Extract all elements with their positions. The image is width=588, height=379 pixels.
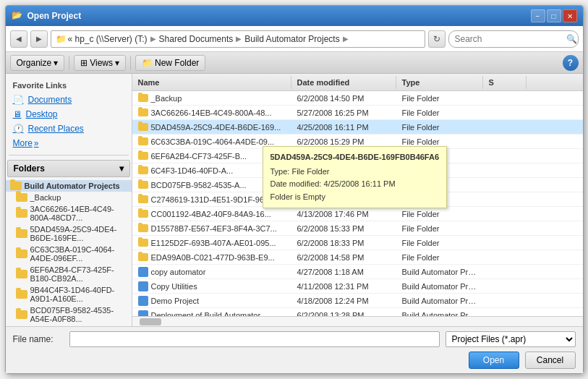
folders-arrow-icon: ▾ bbox=[119, 163, 124, 174]
folder-icon-eda9 bbox=[138, 253, 148, 261]
help-button[interactable]: ? bbox=[563, 55, 579, 71]
maximize-button[interactable]: □ bbox=[547, 9, 561, 22]
cell-size-e112 bbox=[483, 242, 527, 244]
path-shared-label: Shared Documents bbox=[159, 34, 234, 44]
open-project-dialog: 📂 Open Project − □ ✕ ◀ ▶ 📁 « hp_c (\\Ser… bbox=[5, 5, 584, 374]
col-header-size[interactable]: S bbox=[483, 76, 527, 89]
col-header-name[interactable]: Name bbox=[132, 76, 291, 89]
cancel-button[interactable]: Cancel bbox=[525, 352, 576, 369]
path-projects-label: Build Automator Projects bbox=[244, 34, 339, 44]
desktop-icon: 🖥 bbox=[13, 109, 22, 119]
cell-size-copy-utilities bbox=[483, 285, 527, 288]
folder-icon-d155 bbox=[138, 224, 148, 232]
cell-name-eda9: EDA99A0B-C021-477D-963B-E9... bbox=[132, 252, 291, 263]
project-icon-copy-automator bbox=[138, 267, 148, 277]
file-row-backup[interactable]: _Backup 6/2/2008 14:50 PM File Folder bbox=[132, 91, 583, 106]
cell-date-e112: 6/2/2008 18:33 PM bbox=[291, 237, 396, 249]
toolbar-divider-2 bbox=[130, 56, 131, 70]
folders-header[interactable]: Folders ▾ bbox=[7, 160, 130, 177]
file-row-copy-automator[interactable]: copy automator 4/27/2008 1:18 AM Build A… bbox=[132, 265, 583, 279]
fav-desktop[interactable]: 🖥 Desktop bbox=[6, 107, 132, 122]
fav-documents[interactable]: 📄 Documents bbox=[6, 93, 132, 107]
path-drive-label: « hp_c (\\Server) (T:) bbox=[68, 34, 148, 44]
close-button[interactable]: ✕ bbox=[563, 9, 577, 22]
cell-name-cc00: CC001192-4BA2-40F9-84A9-16... bbox=[132, 208, 291, 220]
search-icon: 🔍 bbox=[566, 34, 577, 44]
documents-icon: 📄 bbox=[13, 95, 24, 105]
cell-size-6ef6 bbox=[483, 155, 527, 158]
filename-input[interactable] bbox=[69, 331, 440, 347]
cell-type-5dad: File Folder bbox=[396, 122, 483, 133]
5dad-label: 5DAD459A-25C9-4DE4-B6DE-169FE... bbox=[30, 225, 127, 242]
cell-type-d155: File Folder bbox=[396, 223, 483, 234]
title-bar: 📂 Open Project − □ ✕ bbox=[6, 6, 583, 26]
tree-item-9b44[interactable]: 9B44C4F3-1D46-40FD-A9D1-A160E... bbox=[6, 284, 132, 305]
cell-name-5dad: 5DAD459A-25C9-4DE4-B6DE-169... bbox=[132, 122, 291, 133]
tree-item-6ef6[interactable]: 6EF6A2B4-CF73-425F-B180-CB92A... bbox=[6, 264, 132, 284]
fav-recent-places[interactable]: 🕐 Recent Places bbox=[6, 122, 132, 136]
main-content: Favorite Links 📄 Documents 🖥 Desktop 🕐 R… bbox=[6, 74, 583, 326]
file-row-5dad[interactable]: 5DAD459A-25C9-4DE4-B6DE-169... 4/25/2008… bbox=[132, 120, 583, 135]
forward-button[interactable]: ▶ bbox=[30, 30, 48, 48]
toolbar-divider-1 bbox=[69, 56, 69, 70]
tree-item-bcd0[interactable]: BCD075FB-9582-4535-A54E-A0F88... bbox=[6, 305, 132, 325]
3ac-folder-icon bbox=[16, 209, 27, 218]
file-row-deployment[interactable]: Deployment of Build Automator 6/2/2008 1… bbox=[132, 308, 583, 316]
backup-label: _Backup bbox=[30, 193, 61, 202]
cell-size-5dad bbox=[483, 126, 527, 129]
file-row-eda9[interactable]: EDA99A0B-C021-477D-963B-E9... 6/2/2008 1… bbox=[132, 250, 583, 265]
organize-button[interactable]: Organize ▾ bbox=[10, 55, 65, 71]
folder-icon-e112 bbox=[138, 239, 148, 247]
project-icon-deployment bbox=[138, 310, 148, 317]
cell-size-eda9 bbox=[483, 256, 527, 259]
cell-size-cc00 bbox=[483, 213, 527, 216]
filetype-select[interactable]: Project Files (*.apr) bbox=[446, 331, 576, 347]
path-segment-drive: 📁 « hp_c (\\Server) (T:) bbox=[56, 34, 148, 44]
file-tooltip: 5DAD459A-25C9-4DE4-B6DE-169FB0B46FA6 Typ… bbox=[263, 146, 448, 208]
views-button[interactable]: ⊞ Views ▾ bbox=[74, 55, 126, 71]
backup-folder-icon bbox=[16, 193, 27, 202]
refresh-button[interactable]: ↻ bbox=[428, 30, 446, 48]
file-row-3ac[interactable]: 3AC66266-14EB-4C49-800A-48... 5/27/2008 … bbox=[132, 106, 583, 120]
tree-item-backup[interactable]: _Backup bbox=[6, 192, 132, 203]
cell-date-copy-automator: 4/27/2008 1:18 AM bbox=[291, 266, 396, 278]
path-arrow-3: ▶ bbox=[343, 35, 349, 43]
tree-item-5dad[interactable]: 5DAD459A-25C9-4DE4-B6DE-169FE... bbox=[6, 223, 132, 244]
more-link[interactable]: More » bbox=[6, 136, 132, 150]
search-input[interactable] bbox=[455, 34, 563, 44]
col-header-type[interactable]: Type bbox=[396, 76, 483, 89]
recent-places-label: Recent Places bbox=[28, 124, 84, 134]
open-button[interactable]: Open bbox=[469, 352, 519, 369]
cell-date-backup: 6/2/2008 14:50 PM bbox=[291, 93, 396, 104]
cell-type-demo-project: Build Automator Project bbox=[396, 295, 483, 307]
title-bar-left: 📂 Open Project bbox=[12, 10, 82, 22]
file-row-copy-utilities[interactable]: Copy Utilities 4/11/2008 12:31 PM Build … bbox=[132, 279, 583, 294]
search-box[interactable]: 🔍 bbox=[448, 30, 579, 48]
folder-icon-5dad bbox=[138, 123, 148, 131]
cell-name-3ac: 3AC66266-14EB-4C49-800A-48... bbox=[132, 107, 291, 119]
horizontal-scrollbar[interactable] bbox=[132, 316, 583, 326]
new-folder-button[interactable]: 📁 New Folder bbox=[135, 55, 205, 71]
file-row-cc00[interactable]: CC001192-4BA2-40F9-84A9-16... 4/13/2008 … bbox=[132, 207, 583, 221]
cell-size-1d46 bbox=[483, 169, 527, 172]
file-row-demo-project[interactable]: Demo Project 4/18/2008 12:24 PM Build Au… bbox=[132, 294, 583, 308]
tree-item-3ac[interactable]: 3AC66266-14EB-4C49-800A-48CD7... bbox=[6, 203, 132, 223]
more-arrow-icon: » bbox=[34, 138, 39, 148]
cell-type-e112: File Folder bbox=[396, 237, 483, 249]
cell-size-copy-automator bbox=[483, 271, 527, 273]
file-row-d155[interactable]: D15578B7-E567-4EF3-8F4A-3C7... 6/2/2008 … bbox=[132, 221, 583, 236]
bcd0-label: BCD075FB-9582-4535-A54E-A0F88... bbox=[30, 306, 127, 323]
documents-label: Documents bbox=[28, 95, 72, 105]
address-path[interactable]: 📁 « hp_c (\\Server) (T:) ▶ Shared Docume… bbox=[51, 30, 425, 48]
tree-item-6c63[interactable]: 6C63C3BA-019C-4064-A4DE-096EF... bbox=[6, 244, 132, 264]
back-button[interactable]: ◀ bbox=[10, 30, 27, 48]
file-row-e112[interactable]: E1125D2F-693B-407A-AE01-095... 6/2/2008 … bbox=[132, 236, 583, 250]
cell-name-copy-utilities: Copy Utilities bbox=[132, 280, 291, 293]
cell-size-3ac bbox=[483, 111, 527, 114]
tree-item-root[interactable]: Build Automator Projects bbox=[6, 180, 132, 192]
title-controls: − □ ✕ bbox=[531, 9, 577, 22]
minimize-button[interactable]: − bbox=[531, 9, 545, 22]
cell-date-d155: 6/2/2008 15:33 PM bbox=[291, 223, 396, 234]
cell-name-demo-project: Demo Project bbox=[132, 294, 291, 307]
col-header-date[interactable]: Date modified bbox=[291, 76, 396, 89]
